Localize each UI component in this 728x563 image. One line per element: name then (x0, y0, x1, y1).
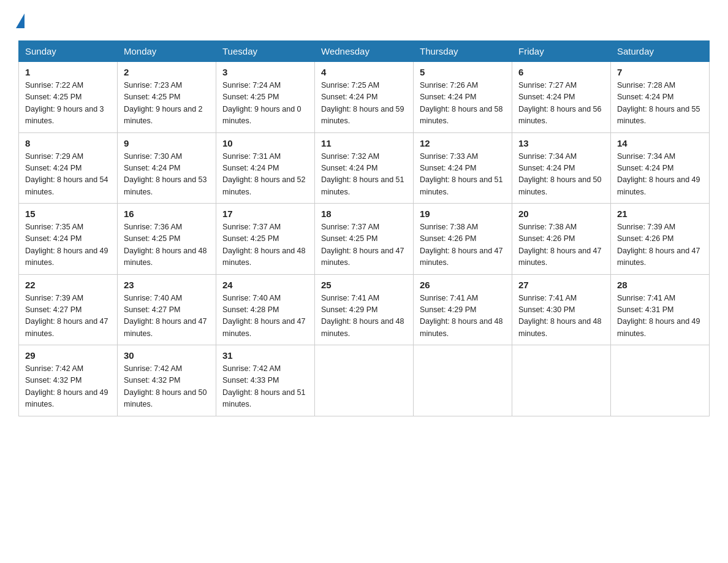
day-number: 6 (518, 67, 604, 77)
calendar-cell: 1Sunrise: 7:22 AMSunset: 4:25 PMDaylight… (19, 62, 118, 133)
logo-triangle-icon (16, 13, 25, 28)
day-number: 13 (518, 138, 604, 148)
calendar-cell: 17Sunrise: 7:37 AMSunset: 4:25 PMDayligh… (216, 204, 315, 275)
calendar-cell: 13Sunrise: 7:34 AMSunset: 4:24 PMDayligh… (512, 132, 611, 204)
day-info: Sunrise: 7:34 AMSunset: 4:24 PMDaylight:… (518, 151, 604, 199)
day-info: Sunrise: 7:24 AMSunset: 4:25 PMDaylight:… (222, 80, 308, 128)
calendar-week-row: 8Sunrise: 7:29 AMSunset: 4:24 PMDaylight… (19, 132, 710, 204)
day-info: Sunrise: 7:26 AMSunset: 4:24 PMDaylight:… (420, 80, 506, 128)
day-info: Sunrise: 7:42 AMSunset: 4:33 PMDaylight:… (222, 363, 308, 411)
day-info: Sunrise: 7:35 AMSunset: 4:24 PMDaylight:… (25, 221, 111, 269)
day-number: 15 (25, 209, 111, 219)
calendar-cell (315, 345, 414, 416)
calendar-cell: 4Sunrise: 7:25 AMSunset: 4:24 PMDaylight… (315, 62, 414, 133)
day-number: 3 (222, 67, 308, 77)
day-info: Sunrise: 7:27 AMSunset: 4:24 PMDaylight:… (518, 80, 604, 128)
day-number: 5 (420, 67, 506, 77)
day-number: 30 (124, 350, 210, 361)
day-number: 11 (321, 138, 407, 148)
day-number: 7 (617, 67, 703, 77)
calendar-table: SundayMondayTuesdayWednesdayThursdayFrid… (18, 40, 710, 416)
day-number: 31 (222, 350, 308, 361)
day-info: Sunrise: 7:30 AMSunset: 4:24 PMDaylight:… (124, 151, 210, 199)
day-number: 26 (420, 280, 506, 290)
day-info: Sunrise: 7:38 AMSunset: 4:26 PMDaylight:… (518, 221, 604, 269)
calendar-cell: 28Sunrise: 7:41 AMSunset: 4:31 PMDayligh… (611, 274, 710, 345)
calendar-week-row: 22Sunrise: 7:39 AMSunset: 4:27 PMDayligh… (19, 274, 710, 345)
calendar-cell: 3Sunrise: 7:24 AMSunset: 4:25 PMDaylight… (216, 62, 315, 133)
day-info: Sunrise: 7:29 AMSunset: 4:24 PMDaylight:… (25, 151, 111, 199)
calendar-cell: 2Sunrise: 7:23 AMSunset: 4:25 PMDaylight… (118, 62, 216, 133)
day-info: Sunrise: 7:36 AMSunset: 4:25 PMDaylight:… (124, 221, 210, 269)
calendar-cell: 21Sunrise: 7:39 AMSunset: 4:26 PMDayligh… (611, 204, 710, 275)
calendar-cell: 14Sunrise: 7:34 AMSunset: 4:24 PMDayligh… (611, 132, 710, 204)
calendar-cell: 27Sunrise: 7:41 AMSunset: 4:30 PMDayligh… (512, 274, 611, 345)
calendar-cell: 23Sunrise: 7:40 AMSunset: 4:27 PMDayligh… (118, 274, 216, 345)
calendar-cell: 26Sunrise: 7:41 AMSunset: 4:29 PMDayligh… (414, 274, 512, 345)
calendar-cell: 20Sunrise: 7:38 AMSunset: 4:26 PMDayligh… (512, 204, 611, 275)
day-info: Sunrise: 7:41 AMSunset: 4:30 PMDaylight:… (518, 293, 604, 340)
day-info: Sunrise: 7:33 AMSunset: 4:24 PMDaylight:… (420, 151, 506, 199)
calendar-week-row: 29Sunrise: 7:42 AMSunset: 4:32 PMDayligh… (19, 345, 710, 416)
calendar-week-row: 1Sunrise: 7:22 AMSunset: 4:25 PMDaylight… (19, 62, 710, 133)
day-info: Sunrise: 7:42 AMSunset: 4:32 PMDaylight:… (124, 363, 210, 411)
col-header-saturday: Saturday (611, 41, 710, 62)
day-number: 23 (124, 280, 210, 290)
day-info: Sunrise: 7:31 AMSunset: 4:24 PMDaylight:… (222, 151, 308, 199)
day-info: Sunrise: 7:40 AMSunset: 4:28 PMDaylight:… (222, 293, 308, 340)
calendar-cell: 8Sunrise: 7:29 AMSunset: 4:24 PMDaylight… (19, 132, 118, 204)
calendar-header-row: SundayMondayTuesdayWednesdayThursdayFrid… (19, 41, 710, 62)
col-header-friday: Friday (512, 41, 611, 62)
calendar-cell: 6Sunrise: 7:27 AMSunset: 4:24 PMDaylight… (512, 62, 611, 133)
day-info: Sunrise: 7:37 AMSunset: 4:25 PMDaylight:… (321, 221, 407, 269)
calendar-cell (611, 345, 710, 416)
day-number: 4 (321, 67, 407, 77)
calendar-cell: 29Sunrise: 7:42 AMSunset: 4:32 PMDayligh… (19, 345, 118, 416)
day-number: 21 (617, 209, 703, 219)
logo (18, 12, 25, 28)
col-header-tuesday: Tuesday (216, 41, 315, 62)
day-info: Sunrise: 7:34 AMSunset: 4:24 PMDaylight:… (617, 151, 703, 199)
day-info: Sunrise: 7:25 AMSunset: 4:24 PMDaylight:… (321, 80, 407, 128)
calendar-cell: 30Sunrise: 7:42 AMSunset: 4:32 PMDayligh… (118, 345, 216, 416)
day-number: 28 (617, 280, 703, 290)
day-number: 27 (518, 280, 604, 290)
day-info: Sunrise: 7:32 AMSunset: 4:24 PMDaylight:… (321, 151, 407, 199)
day-number: 17 (222, 209, 308, 219)
calendar-cell: 7Sunrise: 7:28 AMSunset: 4:24 PMDaylight… (611, 62, 710, 133)
calendar-cell: 12Sunrise: 7:33 AMSunset: 4:24 PMDayligh… (414, 132, 512, 204)
calendar-cell: 25Sunrise: 7:41 AMSunset: 4:29 PMDayligh… (315, 274, 414, 345)
day-number: 8 (25, 138, 111, 148)
day-number: 12 (420, 138, 506, 148)
day-info: Sunrise: 7:40 AMSunset: 4:27 PMDaylight:… (124, 293, 210, 340)
day-number: 25 (321, 280, 407, 290)
col-header-monday: Monday (118, 41, 216, 62)
calendar-cell: 31Sunrise: 7:42 AMSunset: 4:33 PMDayligh… (216, 345, 315, 416)
calendar-cell: 5Sunrise: 7:26 AMSunset: 4:24 PMDaylight… (414, 62, 512, 133)
day-info: Sunrise: 7:41 AMSunset: 4:29 PMDaylight:… (321, 293, 407, 340)
calendar-cell (512, 345, 611, 416)
calendar-week-row: 15Sunrise: 7:35 AMSunset: 4:24 PMDayligh… (19, 204, 710, 275)
calendar-cell: 18Sunrise: 7:37 AMSunset: 4:25 PMDayligh… (315, 204, 414, 275)
col-header-sunday: Sunday (19, 41, 118, 62)
calendar-cell: 16Sunrise: 7:36 AMSunset: 4:25 PMDayligh… (118, 204, 216, 275)
day-info: Sunrise: 7:39 AMSunset: 4:27 PMDaylight:… (25, 293, 111, 340)
day-number: 16 (124, 209, 210, 219)
day-info: Sunrise: 7:42 AMSunset: 4:32 PMDaylight:… (25, 363, 111, 411)
page-header (18, 12, 710, 28)
calendar-cell: 22Sunrise: 7:39 AMSunset: 4:27 PMDayligh… (19, 274, 118, 345)
day-info: Sunrise: 7:28 AMSunset: 4:24 PMDaylight:… (617, 80, 703, 128)
col-header-wednesday: Wednesday (315, 41, 414, 62)
day-number: 10 (222, 138, 308, 148)
day-info: Sunrise: 7:23 AMSunset: 4:25 PMDaylight:… (124, 80, 210, 128)
calendar-cell: 15Sunrise: 7:35 AMSunset: 4:24 PMDayligh… (19, 204, 118, 275)
day-info: Sunrise: 7:38 AMSunset: 4:26 PMDaylight:… (420, 221, 506, 269)
day-number: 18 (321, 209, 407, 219)
col-header-thursday: Thursday (414, 41, 512, 62)
day-number: 20 (518, 209, 604, 219)
calendar-cell: 19Sunrise: 7:38 AMSunset: 4:26 PMDayligh… (414, 204, 512, 275)
day-number: 29 (25, 350, 111, 361)
calendar-cell: 24Sunrise: 7:40 AMSunset: 4:28 PMDayligh… (216, 274, 315, 345)
day-number: 24 (222, 280, 308, 290)
day-info: Sunrise: 7:41 AMSunset: 4:29 PMDaylight:… (420, 293, 506, 340)
